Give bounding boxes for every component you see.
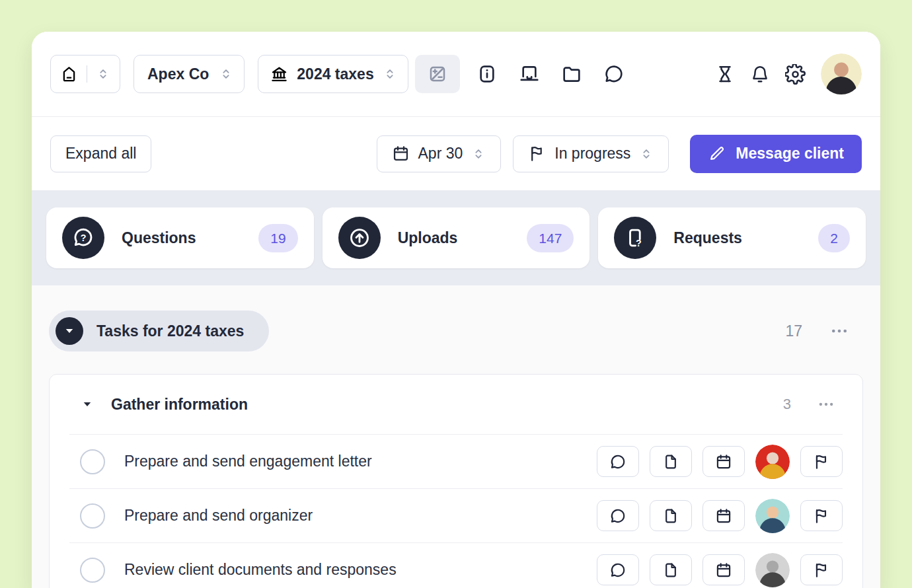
tasks-content: Tasks for 2024 taxes 17 Gather informati…: [32, 285, 880, 588]
calendar-icon: [392, 145, 410, 163]
folder-icon: [561, 63, 582, 85]
tasks-section-count: 17: [785, 322, 802, 340]
info-button[interactable]: [476, 63, 498, 85]
engagement-selector[interactable]: 2024 taxes: [258, 55, 408, 93]
task-title: Review client documents and responses: [124, 561, 397, 579]
task-group-count: 3: [783, 396, 791, 413]
task-date-button[interactable]: [703, 554, 745, 585]
chat-bubble-icon: [609, 562, 627, 579]
file-icon: [662, 453, 679, 470]
task-comment-button[interactable]: [597, 446, 639, 477]
task-checkbox[interactable]: [80, 558, 105, 583]
task-actions: [597, 445, 843, 479]
task-group-card: Gather information 3 Prepare and send en…: [49, 374, 863, 588]
task-flag-button[interactable]: [800, 446, 843, 477]
assignee-avatar[interactable]: [755, 445, 790, 479]
laptop-icon: [519, 63, 540, 85]
task-title: Prepare and send engagement letter: [124, 453, 372, 470]
triangle-down-icon: [80, 397, 95, 412]
questions-card[interactable]: Questions 19: [46, 207, 314, 268]
ellipsis-icon: [830, 322, 849, 340]
requests-card[interactable]: Requests 2: [598, 207, 866, 268]
uploads-card[interactable]: Uploads 147: [323, 207, 590, 268]
group-collapse-button[interactable]: [80, 397, 95, 412]
tasks-section-header: Tasks for 2024 taxes 17: [49, 311, 863, 351]
chat-question-icon: [62, 217, 104, 259]
chevron-updown-icon: [96, 67, 110, 81]
gear-icon: [785, 64, 806, 85]
topbar-right-group: [715, 54, 862, 94]
action-bar: Expand all Apr 30 In progress Message cl…: [32, 117, 880, 190]
task-checkbox[interactable]: [80, 449, 105, 474]
notifications-button[interactable]: [750, 64, 770, 84]
task-checkbox[interactable]: [80, 503, 105, 529]
top-toolbar: Apex Co 2024 taxes: [32, 32, 880, 117]
calculator-icon: [428, 64, 447, 84]
status-selector[interactable]: In progress: [513, 135, 669, 172]
task-group-meta: 3: [783, 396, 843, 413]
task-file-button[interactable]: [650, 446, 692, 477]
chat-bubble-icon: [609, 507, 627, 525]
tasks-section-menu-button[interactable]: [830, 322, 849, 340]
task-group-menu-button[interactable]: [817, 396, 835, 413]
task-flag-button[interactable]: [800, 500, 843, 531]
message-client-label: Message client: [736, 145, 844, 163]
expand-all-button[interactable]: Expand all: [50, 135, 151, 172]
flag-icon: [813, 507, 830, 525]
workspace-label: Apex Co: [147, 65, 209, 83]
task-row: Prepare and send organizer: [69, 488, 843, 542]
engagement-label: 2024 taxes: [297, 65, 373, 83]
pencil-icon: [708, 145, 726, 163]
hourglass-icon: [715, 64, 735, 84]
chevron-updown-icon: [219, 67, 233, 81]
info-icon: [476, 63, 498, 85]
home-icon: [60, 65, 78, 83]
requests-label: Requests: [673, 229, 742, 247]
status-value: In progress: [554, 145, 630, 163]
home-nav-button[interactable]: [50, 55, 120, 93]
assignee-avatar[interactable]: [755, 553, 790, 587]
chat-bubble-icon: [603, 63, 625, 85]
chevron-updown-icon: [471, 147, 486, 161]
document-question-icon: [614, 217, 656, 259]
tasks-section-toggle[interactable]: Tasks for 2024 taxes: [49, 311, 269, 351]
calculator-tool-button[interactable]: [415, 55, 460, 93]
uploads-label: Uploads: [398, 229, 458, 247]
task-actions: [597, 553, 843, 587]
chevron-updown-icon: [383, 67, 397, 81]
flag-icon: [528, 145, 546, 163]
questions-label: Questions: [122, 229, 196, 247]
messages-button[interactable]: [603, 63, 625, 85]
laptop-button[interactable]: [519, 63, 540, 85]
assignee-avatar[interactable]: [755, 499, 790, 533]
app-window: Apex Co 2024 taxes Expand all: [32, 32, 880, 588]
task-file-button[interactable]: [650, 554, 692, 585]
user-avatar[interactable]: [821, 54, 862, 94]
task-group-header: Gather information 3: [69, 375, 843, 434]
due-date-selector[interactable]: Apr 30: [377, 135, 502, 172]
task-date-button[interactable]: [703, 446, 745, 477]
timer-button[interactable]: [715, 64, 735, 84]
task-title: Prepare and send organizer: [124, 507, 313, 525]
calendar-icon: [715, 562, 732, 579]
file-icon: [662, 507, 679, 525]
task-comment-button[interactable]: [597, 500, 639, 531]
calendar-icon: [715, 507, 732, 525]
task-group-title: Gather information: [111, 396, 248, 414]
tasks-section-title: Tasks for 2024 taxes: [96, 322, 244, 340]
tool-icon-group: [476, 63, 625, 85]
task-flag-button[interactable]: [800, 554, 843, 585]
task-file-button[interactable]: [650, 500, 692, 531]
ellipsis-icon: [817, 396, 835, 413]
task-comment-button[interactable]: [597, 554, 639, 585]
task-date-button[interactable]: [703, 500, 745, 531]
files-button[interactable]: [561, 63, 582, 85]
requests-count-badge: 2: [818, 224, 850, 252]
workspace-selector[interactable]: Apex Co: [133, 55, 245, 93]
chat-bubble-icon: [609, 453, 627, 470]
file-icon: [662, 562, 679, 579]
upload-icon: [338, 217, 381, 259]
settings-button[interactable]: [785, 64, 806, 85]
message-client-button[interactable]: Message client: [690, 135, 862, 173]
questions-count-badge: 19: [258, 224, 297, 252]
